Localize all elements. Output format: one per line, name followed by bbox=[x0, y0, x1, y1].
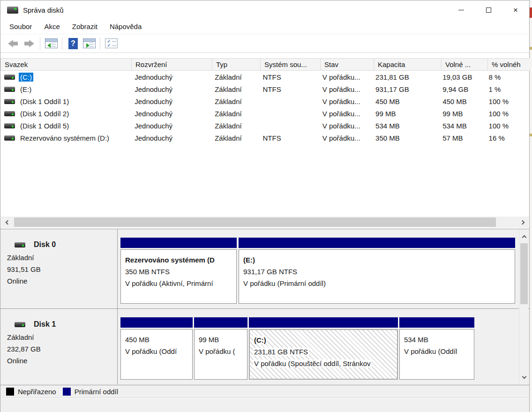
partition-block[interactable]: 534 MBV pořádku (Oddíl bbox=[399, 317, 474, 380]
volume-cell: 16 % bbox=[485, 132, 529, 144]
primary-partition-color-bar bbox=[249, 317, 398, 328]
volume-row-4[interactable]: (Disk 1 Oddíl 2)JednoduchýZákladníV pořá… bbox=[0, 107, 529, 120]
menu-item-akce[interactable]: Akce bbox=[38, 20, 66, 33]
column-header-4[interactable]: Systém sou... bbox=[261, 58, 321, 71]
disk-status: Online bbox=[7, 355, 117, 367]
partition-size-line-text: 231,81 GB NTFS bbox=[253, 348, 309, 356]
partition-size-line-text: 350 MB NTFS bbox=[124, 268, 171, 276]
column-header-3[interactable]: Typ bbox=[212, 58, 261, 71]
maximize-button[interactable] bbox=[475, 0, 502, 19]
partition-status-line-text: V pořádku (Oddíl bbox=[403, 347, 458, 355]
volume-cell: NTFS bbox=[259, 132, 319, 144]
show-hide-console-tree-button[interactable] bbox=[43, 37, 59, 51]
help-button[interactable] bbox=[65, 37, 81, 51]
partition-block[interactable]: 450 MBV pořádku (Oddí bbox=[120, 317, 193, 380]
disk-type: Základní bbox=[7, 252, 117, 263]
partition-size-line: 231,81 GB NTFS bbox=[253, 346, 394, 358]
volume-cell: (Disk 1 Oddíl 5) bbox=[0, 120, 131, 132]
volume-name-label: Rezervováno systémem (D:) bbox=[19, 134, 111, 142]
app-disk-icon bbox=[7, 7, 18, 14]
volume-drive-icon bbox=[4, 99, 15, 104]
volume-cell: NTFS bbox=[259, 83, 319, 95]
minimize-button[interactable] bbox=[448, 0, 475, 19]
volume-row-5[interactable]: (Disk 1 Oddíl 5)JednoduchýZákladníV pořá… bbox=[0, 120, 529, 132]
volume-row-2[interactable]: (E:)JednoduchýZákladníNTFSV pořádku...93… bbox=[0, 83, 529, 95]
column-header-6[interactable]: Kapacita bbox=[374, 58, 442, 71]
disk-info-panel[interactable]: Disk 1Základní232,87 GBOnline bbox=[0, 309, 118, 384]
volume-cell: 9,94 GB bbox=[439, 83, 485, 95]
close-button[interactable]: × bbox=[502, 0, 529, 19]
partition-block[interactable]: (E:)931,17 GB NTFSV pořádku (Primární od… bbox=[239, 238, 515, 304]
back-arrow-button[interactable] bbox=[5, 37, 21, 51]
help-icon bbox=[68, 38, 78, 49]
volume-cell: Jednoduchý bbox=[131, 120, 211, 132]
partition-size-line-text: 450 MB bbox=[124, 336, 150, 344]
partition-title-text: (C:) bbox=[253, 336, 267, 344]
volume-cell: 450 MB bbox=[372, 95, 439, 107]
volume-cell: Základní bbox=[211, 95, 259, 107]
chevron-down-icon bbox=[522, 375, 526, 379]
volume-cell: V pořádku... bbox=[319, 132, 372, 144]
properties-button[interactable] bbox=[103, 37, 119, 51]
toolbar-separator bbox=[100, 37, 100, 50]
partition-status-line-text: V pořádku (Spouštěcí oddíl, Stránkov bbox=[253, 360, 371, 367]
vertical-scrollbar[interactable] bbox=[519, 229, 528, 385]
background-app-fleck bbox=[530, 7, 532, 18]
list-lines-icon bbox=[51, 43, 56, 43]
partition-size-line: 450 MB bbox=[124, 334, 189, 345]
volume-cell: Základní bbox=[211, 120, 259, 132]
volume-row-6[interactable]: Rezervováno systémem (D:)JednoduchýZákla… bbox=[0, 132, 529, 144]
volume-cell: 99 MB bbox=[372, 107, 439, 120]
menu-item-napoveda[interactable]: Nápověda bbox=[104, 20, 148, 33]
volume-cell: Základní bbox=[211, 83, 259, 95]
show-hide-action-pane-button[interactable] bbox=[81, 37, 97, 51]
chevron-left-icon bbox=[5, 220, 10, 225]
horizontal-scrollbar[interactable] bbox=[1, 217, 529, 228]
partition-block[interactable]: Rezervováno systémem (D350 MB NTFSV pořá… bbox=[120, 238, 237, 304]
volume-cell: V pořádku... bbox=[319, 95, 372, 107]
volume-cell: 534 MB bbox=[372, 120, 439, 132]
column-header-7[interactable]: Volné ... bbox=[442, 58, 488, 71]
forward-icon bbox=[24, 40, 34, 47]
partition-size-line-text: 99 MB bbox=[198, 336, 220, 344]
close-icon: × bbox=[513, 6, 518, 14]
column-header-1[interactable]: Svazek bbox=[0, 58, 132, 71]
scroll-up-button[interactable] bbox=[519, 232, 529, 241]
volume-drive-icon bbox=[4, 87, 15, 92]
volume-cell: (Disk 1 Oddíl 1) bbox=[0, 95, 131, 107]
partition-block[interactable]: (C:)231,81 GB NTFSV pořádku (Spouštěcí o… bbox=[249, 317, 398, 380]
column-header-5[interactable]: Stav bbox=[321, 58, 374, 71]
horizontal-scroll-thumb[interactable] bbox=[14, 217, 496, 227]
partition-block[interactable]: 99 MBV pořádku ( bbox=[194, 317, 247, 380]
menu-item-soubor[interactable]: Soubor bbox=[3, 20, 38, 33]
volume-row-3[interactable]: (Disk 1 Oddíl 1)JednoduchýZákladníV pořá… bbox=[0, 95, 529, 107]
disk-row-disk-1: Disk 1Základní232,87 GBOnline450 MBV poř… bbox=[0, 309, 529, 384]
partition-body: 534 MBV pořádku (Oddíl bbox=[399, 329, 474, 380]
vertical-scroll-thumb[interactable] bbox=[520, 243, 528, 304]
column-header-2[interactable]: Rozvržení bbox=[132, 58, 212, 71]
scroll-left-button[interactable] bbox=[1, 217, 13, 228]
disk-title-row: Disk 0 bbox=[15, 240, 117, 249]
scroll-right-button[interactable] bbox=[517, 217, 529, 228]
volume-cell: V pořádku... bbox=[319, 83, 372, 95]
scroll-down-button[interactable] bbox=[519, 373, 529, 382]
volume-cell: Jednoduchý bbox=[131, 71, 211, 83]
disk-row-disk-0: Disk 0Základní931,51 GBOnlineRezervováno… bbox=[0, 229, 529, 309]
disk-name: Disk 1 bbox=[34, 320, 56, 329]
partition-body: (E:)931,17 GB NTFSV pořádku (Primární od… bbox=[239, 249, 515, 304]
disk-info-panel[interactable]: Disk 0Základní931,51 GBOnline bbox=[0, 229, 118, 308]
forward-arrow-button[interactable] bbox=[21, 37, 37, 51]
partition-size-line-text: 931,17 GB NTFS bbox=[242, 268, 298, 276]
volume-cell: NTFS bbox=[259, 71, 319, 83]
primary-partition-color-bar bbox=[239, 238, 515, 248]
menu-item-zobrazit[interactable]: Zobrazit bbox=[66, 20, 104, 33]
partition-size-line: 99 MB bbox=[198, 334, 244, 345]
partition-title-text: (E:) bbox=[242, 256, 256, 264]
title-bar: Správa disků × bbox=[0, 0, 529, 19]
show-hide-console-tree-icon bbox=[45, 38, 58, 48]
volume-row-1[interactable]: (C:)JednoduchýZákladníNTFSV pořádku...23… bbox=[0, 71, 529, 83]
primary-partition-color-bar bbox=[194, 317, 247, 328]
column-header-8[interactable]: % volnéh bbox=[488, 58, 532, 71]
legend-item: Primární oddíl bbox=[63, 388, 118, 396]
volume-name-label: (Disk 1 Oddíl 1) bbox=[19, 97, 70, 106]
